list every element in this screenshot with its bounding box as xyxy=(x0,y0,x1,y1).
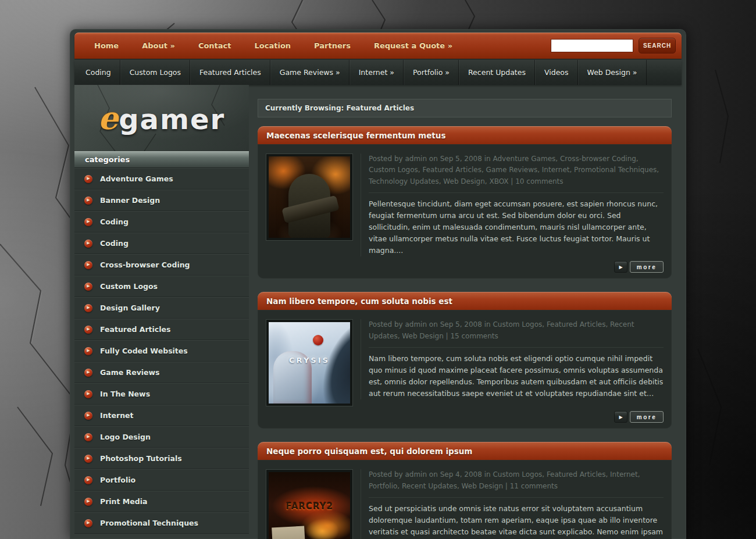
sidebar-category-item[interactable]: ▶ Banner Design xyxy=(74,190,249,211)
primary-nav-item[interactable]: Contact xyxy=(187,41,243,50)
secondary-nav-item[interactable]: Featured Articles xyxy=(190,60,270,85)
post-row: CRYSIS Posted by admin on Sep 5, 2008 in… xyxy=(266,319,664,406)
post-thumbnail-gears-of-war xyxy=(269,156,350,238)
post-article: Neque porro quisquam est, qui dolorem ip… xyxy=(258,442,672,539)
post-title-link[interactable]: Maecenas scelerisque fermentum metus xyxy=(266,131,445,140)
secondary-nav-item[interactable]: Custom Logos xyxy=(120,60,190,85)
secondary-nav: CodingCustom LogosFeatured ArticlesGame … xyxy=(74,60,682,85)
secondary-nav-item[interactable]: Coding xyxy=(77,60,120,85)
thumbnail-game-title: FARCRY2 xyxy=(269,501,350,512)
post-meta: Posted by admin on Sep 4, 2008 in Custom… xyxy=(369,469,664,498)
post-meta: Posted by admin on Sep 5, 2008 in Advent… xyxy=(369,154,664,193)
secondary-nav-item[interactable]: Recent Updates xyxy=(459,60,535,85)
red-arrow-bullet-icon: ▶ xyxy=(84,197,92,205)
primary-nav-item[interactable]: Location xyxy=(243,41,303,50)
sidebar-category-item[interactable]: ▶ Design Gallery xyxy=(74,297,249,319)
logo-text: egamer xyxy=(98,99,225,137)
category-label: Print Media xyxy=(100,497,147,506)
category-label: Cross-browser Coding xyxy=(100,260,190,269)
secondary-nav-item[interactable]: Portfolio » xyxy=(404,60,459,85)
search-button[interactable]: SEARCH xyxy=(639,38,676,53)
site-logo[interactable]: egamer xyxy=(74,85,249,151)
post-title-link[interactable]: Nam libero tempore, cum soluta nobis est xyxy=(266,297,452,306)
red-arrow-bullet-icon: ▶ xyxy=(84,283,92,291)
red-arrow-bullet-icon: ▶ xyxy=(84,326,92,334)
more-button[interactable]: more xyxy=(630,411,664,423)
sidebar-category-item[interactable]: ▶ Cross-browser Coding xyxy=(74,254,249,276)
category-label: Coding xyxy=(100,239,129,248)
sidebar-category-item[interactable]: ▶ Internet xyxy=(74,405,249,426)
primary-nav-item[interactable]: About » xyxy=(130,41,187,50)
main-content: Currently Browsing: Featured Articles Ma… xyxy=(258,85,672,539)
currently-browsing-bar: Currently Browsing: Featured Articles xyxy=(258,99,672,117)
post-thumbnail-link[interactable] xyxy=(266,154,353,241)
category-label: Featured Articles xyxy=(100,325,170,334)
category-label: Design Gallery xyxy=(100,304,160,312)
secondary-nav-item[interactable]: Internet » xyxy=(350,60,404,85)
post-excerpt: Nam libero tempore, cum soluta nobis est… xyxy=(369,348,664,399)
search-input[interactable] xyxy=(551,39,633,52)
secondary-nav-item[interactable]: Web Design » xyxy=(578,60,647,85)
sidebar-category-item[interactable]: ▶ Print Media xyxy=(74,491,249,512)
ea-logo-icon xyxy=(313,335,323,345)
secondary-nav-item[interactable]: Videos xyxy=(535,60,578,85)
more-button[interactable]: more xyxy=(630,261,664,273)
post-text-column: Posted by admin on Sep 4, 2008 in Custom… xyxy=(361,469,664,539)
secondary-nav-item[interactable]: Game Reviews » xyxy=(270,60,350,85)
sidebar-category-item[interactable]: ▶ Fully Coded Websites xyxy=(74,340,249,362)
post-text-column: Posted by admin on Sep 5, 2008 in Custom… xyxy=(361,319,664,399)
post-thumbnail-link[interactable]: CRYSIS xyxy=(266,319,353,406)
search-area: SEARCH xyxy=(551,38,682,53)
red-arrow-bullet-icon: ▶ xyxy=(84,455,92,463)
logo-letter-e: e xyxy=(98,99,119,137)
categories-title: categories xyxy=(85,155,130,164)
post-thumbnail-crysis: CRYSIS xyxy=(269,322,350,404)
red-arrow-bullet-icon: ▶ xyxy=(84,498,92,506)
play-arrow-icon[interactable]: ▶ xyxy=(614,411,627,423)
red-arrow-bullet-icon: ▶ xyxy=(84,412,92,420)
category-label: Fully Coded Websites xyxy=(100,347,188,355)
sidebar-category-item[interactable]: ▶ Promotional Techniques xyxy=(74,512,249,534)
post-article: Nam libero tempore, cum soluta nobis est… xyxy=(258,292,672,429)
sidebar-category-item[interactable]: ▶ Featured Articles xyxy=(74,319,249,340)
sidebar-category-item[interactable]: ▶ Logo Design xyxy=(74,426,249,448)
categories-header: categories xyxy=(74,151,249,168)
post-header[interactable]: Nam libero tempore, cum soluta nobis est xyxy=(258,292,672,310)
post-excerpt: Sed ut perspiciatis unde omnis iste natu… xyxy=(369,498,664,539)
sidebar-category-item[interactable]: ▶ Adventure Games xyxy=(74,168,249,190)
post-header[interactable]: Maecenas scelerisque fermentum metus xyxy=(258,126,672,144)
red-arrow-bullet-icon: ▶ xyxy=(84,218,92,226)
category-label: Banner Design xyxy=(100,196,160,205)
sidebar-category-item[interactable]: ▶ Custom Logos xyxy=(74,276,249,297)
category-label: Coding xyxy=(100,217,129,226)
logo-letters-gamer: gamer xyxy=(119,103,225,135)
category-label: Adventure Games xyxy=(100,174,173,183)
site-container: HomeAbout »ContactLocationPartnersReques… xyxy=(70,29,686,539)
post-card: FARCRY2 Posted by admin on Sep 4, 2008 i… xyxy=(258,460,672,539)
category-label: Logo Design xyxy=(100,433,151,441)
category-label: Promotional Techniques xyxy=(100,519,198,527)
sidebar-category-item[interactable]: ▶ Game Reviews xyxy=(74,362,249,383)
category-label: In The News xyxy=(100,390,150,398)
post-row: Posted by admin on Sep 5, 2008 in Advent… xyxy=(266,154,664,256)
red-arrow-bullet-icon: ▶ xyxy=(84,304,92,312)
primary-nav-item[interactable]: Partners xyxy=(302,41,362,50)
currently-browsing-label: Currently Browsing: Featured Articles xyxy=(265,104,414,112)
play-arrow-icon[interactable]: ▶ xyxy=(614,261,627,273)
category-label: Internet xyxy=(100,411,134,420)
primary-nav-item[interactable]: Home xyxy=(83,41,130,50)
red-arrow-bullet-icon: ▶ xyxy=(84,476,92,484)
category-label: Custom Logos xyxy=(100,282,158,291)
primary-nav: HomeAbout »ContactLocationPartnersReques… xyxy=(74,33,682,59)
post-row: FARCRY2 Posted by admin on Sep 4, 2008 i… xyxy=(266,469,664,539)
more-button-row: ▶ more xyxy=(266,261,664,273)
sidebar-category-item[interactable]: ▶ Coding xyxy=(74,211,249,233)
primary-nav-item[interactable]: Request a Quote » xyxy=(362,41,464,50)
post-thumbnail-link[interactable]: FARCRY2 xyxy=(266,469,353,539)
sidebar-category-item[interactable]: ▶ Photoshop Tutorials xyxy=(74,448,249,469)
sidebar-category-item[interactable]: ▶ Portfolio xyxy=(74,469,249,491)
sidebar-category-item[interactable]: ▶ Coding xyxy=(74,233,249,254)
post-title-link[interactable]: Neque porro quisquam est, qui dolorem ip… xyxy=(266,447,472,456)
post-header[interactable]: Neque porro quisquam est, qui dolorem ip… xyxy=(258,442,672,460)
sidebar-category-item[interactable]: ▶ In The News xyxy=(74,383,249,405)
